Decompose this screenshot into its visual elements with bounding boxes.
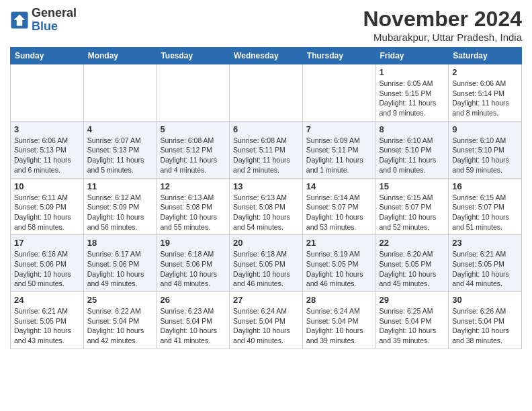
logo-line1: General [32,7,77,20]
weekday-header-thursday: Thursday [302,48,375,64]
day-number: 6 [233,124,299,134]
day-info: Sunrise: 6:16 AM Sunset: 5:06 PM Dayligh… [14,249,80,289]
day-number: 23 [452,238,518,248]
calendar-cell: 7Sunrise: 6:09 AM Sunset: 5:11 PM Daylig… [302,121,375,178]
calendar-cell: 23Sunrise: 6:21 AM Sunset: 5:05 PM Dayli… [449,235,522,292]
day-info: Sunrise: 6:23 AM Sunset: 5:04 PM Dayligh… [160,306,226,346]
day-info: Sunrise: 6:20 AM Sunset: 5:05 PM Dayligh… [380,249,445,289]
day-info: Sunrise: 6:19 AM Sunset: 5:05 PM Dayligh… [306,249,372,289]
calendar-cell: 1Sunrise: 6:05 AM Sunset: 5:15 PM Daylig… [375,64,449,122]
day-info: Sunrise: 6:15 AM Sunset: 5:07 PM Dayligh… [380,193,445,232]
day-number: 17 [14,238,80,248]
calendar-cell: 16Sunrise: 6:15 AM Sunset: 5:07 PM Dayli… [449,178,522,235]
weekday-header-row: SundayMondayTuesdayWednesdayThursdayFrid… [11,48,522,64]
day-info: Sunrise: 6:10 AM Sunset: 5:10 PM Dayligh… [380,136,445,175]
day-number: 29 [380,295,445,305]
weekday-header-monday: Monday [83,48,157,64]
calendar-cell: 9Sunrise: 6:10 AM Sunset: 5:10 PM Daylig… [449,121,522,178]
logo: General Blue [10,7,77,34]
calendar-cell: 29Sunrise: 6:25 AM Sunset: 5:04 PM Dayli… [375,292,449,349]
day-number: 2 [452,67,518,77]
calendar-cell: 13Sunrise: 6:13 AM Sunset: 5:08 PM Dayli… [230,178,303,235]
day-number: 4 [87,124,153,134]
week-row-4: 17Sunrise: 6:16 AM Sunset: 5:06 PM Dayli… [11,235,522,292]
day-info: Sunrise: 6:15 AM Sunset: 5:07 PM Dayligh… [452,193,518,232]
day-info: Sunrise: 6:10 AM Sunset: 5:10 PM Dayligh… [452,136,518,175]
page-header: General Blue November 2024 Mubarakpur, U… [10,7,522,43]
day-number: 11 [87,181,153,191]
month-title: November 2024 [363,7,522,32]
day-number: 10 [14,181,80,191]
day-number: 30 [452,295,518,305]
day-info: Sunrise: 6:06 AM Sunset: 5:14 PM Dayligh… [452,79,518,118]
calendar-cell [157,64,230,122]
day-info: Sunrise: 6:21 AM Sunset: 5:05 PM Dayligh… [14,306,80,346]
day-info: Sunrise: 6:07 AM Sunset: 5:13 PM Dayligh… [87,136,153,175]
weekday-header-friday: Friday [375,48,449,64]
calendar-cell: 5Sunrise: 6:08 AM Sunset: 5:12 PM Daylig… [157,121,230,178]
calendar-table: SundayMondayTuesdayWednesdayThursdayFrid… [10,47,522,349]
week-row-1: 1Sunrise: 6:05 AM Sunset: 5:15 PM Daylig… [11,64,522,122]
day-number: 12 [160,181,226,191]
calendar-cell [83,64,157,122]
day-number: 24 [14,295,80,305]
week-row-3: 10Sunrise: 6:11 AM Sunset: 5:09 PM Dayli… [11,178,522,235]
day-number: 9 [452,124,518,134]
day-number: 1 [380,67,445,77]
day-info: Sunrise: 6:08 AM Sunset: 5:11 PM Dayligh… [233,136,299,175]
calendar-cell: 2Sunrise: 6:06 AM Sunset: 5:14 PM Daylig… [449,64,522,122]
calendar-cell: 20Sunrise: 6:18 AM Sunset: 5:05 PM Dayli… [230,235,303,292]
calendar-cell: 6Sunrise: 6:08 AM Sunset: 5:11 PM Daylig… [230,121,303,178]
calendar-cell: 22Sunrise: 6:20 AM Sunset: 5:05 PM Dayli… [375,235,449,292]
logo-line2: Blue [32,20,77,34]
day-info: Sunrise: 6:13 AM Sunset: 5:08 PM Dayligh… [160,193,226,232]
day-info: Sunrise: 6:22 AM Sunset: 5:04 PM Dayligh… [87,306,153,346]
day-info: Sunrise: 6:18 AM Sunset: 5:06 PM Dayligh… [160,249,226,289]
day-info: Sunrise: 6:09 AM Sunset: 5:11 PM Dayligh… [306,136,372,175]
logo-icon [10,11,29,30]
day-number: 21 [306,238,372,248]
day-info: Sunrise: 6:06 AM Sunset: 5:13 PM Dayligh… [14,136,80,175]
calendar-cell: 17Sunrise: 6:16 AM Sunset: 5:06 PM Dayli… [11,235,84,292]
day-number: 7 [306,124,372,134]
day-info: Sunrise: 6:08 AM Sunset: 5:12 PM Dayligh… [160,136,226,175]
day-info: Sunrise: 6:18 AM Sunset: 5:05 PM Dayligh… [233,249,299,289]
weekday-header-sunday: Sunday [11,48,84,64]
calendar-cell: 18Sunrise: 6:17 AM Sunset: 5:06 PM Dayli… [83,235,157,292]
calendar-cell: 21Sunrise: 6:19 AM Sunset: 5:05 PM Dayli… [302,235,375,292]
calendar-cell [302,64,375,122]
calendar-cell: 10Sunrise: 6:11 AM Sunset: 5:09 PM Dayli… [11,178,84,235]
day-number: 14 [306,181,372,191]
calendar-cell: 19Sunrise: 6:18 AM Sunset: 5:06 PM Dayli… [157,235,230,292]
day-number: 27 [233,295,299,305]
calendar-cell: 28Sunrise: 6:24 AM Sunset: 5:04 PM Dayli… [302,292,375,349]
day-info: Sunrise: 6:13 AM Sunset: 5:08 PM Dayligh… [233,193,299,232]
calendar-cell: 15Sunrise: 6:15 AM Sunset: 5:07 PM Dayli… [375,178,449,235]
calendar-cell: 25Sunrise: 6:22 AM Sunset: 5:04 PM Dayli… [83,292,157,349]
day-number: 19 [160,238,226,248]
day-number: 15 [380,181,445,191]
day-number: 16 [452,181,518,191]
day-number: 3 [14,124,80,134]
location-title: Mubarakpur, Uttar Pradesh, India [363,32,522,43]
day-number: 5 [160,124,226,134]
day-info: Sunrise: 6:11 AM Sunset: 5:09 PM Dayligh… [14,193,80,232]
calendar-cell: 3Sunrise: 6:06 AM Sunset: 5:13 PM Daylig… [11,121,84,178]
day-info: Sunrise: 6:21 AM Sunset: 5:05 PM Dayligh… [452,249,518,289]
calendar-cell: 30Sunrise: 6:26 AM Sunset: 5:04 PM Dayli… [449,292,522,349]
calendar-cell: 27Sunrise: 6:24 AM Sunset: 5:04 PM Dayli… [230,292,303,349]
calendar-cell: 14Sunrise: 6:14 AM Sunset: 5:07 PM Dayli… [302,178,375,235]
weekday-header-tuesday: Tuesday [157,48,230,64]
day-info: Sunrise: 6:26 AM Sunset: 5:04 PM Dayligh… [452,306,518,346]
day-info: Sunrise: 6:24 AM Sunset: 5:04 PM Dayligh… [306,306,372,346]
day-info: Sunrise: 6:25 AM Sunset: 5:04 PM Dayligh… [380,306,445,346]
calendar-cell [230,64,303,122]
day-info: Sunrise: 6:14 AM Sunset: 5:07 PM Dayligh… [306,193,372,232]
calendar-cell: 4Sunrise: 6:07 AM Sunset: 5:13 PM Daylig… [83,121,157,178]
calendar-cell: 11Sunrise: 6:12 AM Sunset: 5:09 PM Dayli… [83,178,157,235]
day-number: 25 [87,295,153,305]
day-info: Sunrise: 6:05 AM Sunset: 5:15 PM Dayligh… [380,79,445,118]
calendar-cell [11,64,84,122]
calendar-cell: 24Sunrise: 6:21 AM Sunset: 5:05 PM Dayli… [11,292,84,349]
day-number: 13 [233,181,299,191]
